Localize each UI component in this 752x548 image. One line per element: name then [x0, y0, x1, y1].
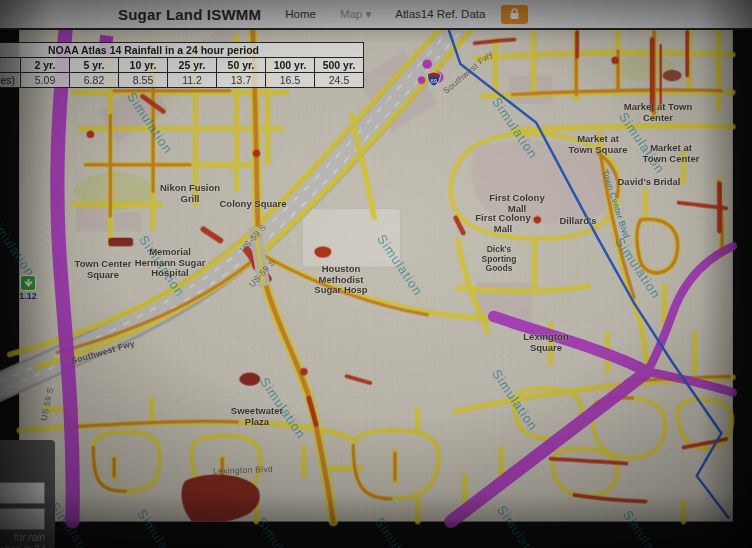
panel-caption-line2: ches in 24	[0, 544, 45, 548]
map-label-market-center: Market at TownCenter	[624, 102, 692, 123]
map-label-sweetwater-plaza: SweetwaterPlaza	[231, 406, 283, 427]
main-nav: Home Map ▾ Atlas14 Ref. Data	[285, 7, 485, 21]
atlas14-rainfall-table: NOAA Atlas 14 Rainfall in a 24 hour peri…	[0, 42, 364, 88]
nav-home[interactable]: Home	[285, 8, 316, 20]
map-label-dillards: Dillard's	[559, 216, 596, 227]
map-label-houston-methodist: HoustonMethodistSugar Hosp	[314, 264, 367, 296]
rainfall-query-panel: for rain ches in 24	[0, 440, 55, 548]
rainfall-marker[interactable]	[20, 275, 36, 291]
lock-icon	[509, 8, 520, 20]
nav-map-label: Map	[340, 8, 362, 20]
svg-text:69: 69	[430, 77, 437, 84]
marker-value: 1.12	[19, 291, 37, 301]
app-title: Sugar Land ISWMM	[118, 6, 261, 23]
chevron-down-icon: ▾	[365, 8, 371, 20]
map-label-town-center-square: Town CenterSquare	[75, 259, 132, 280]
map-label-first-colony-mall-2: First ColonyMall	[475, 213, 530, 234]
row-label-inches: (inches)	[0, 73, 21, 88]
nav-atlas14-ref-data[interactable]: Atlas14 Ref. Data	[395, 8, 485, 20]
map-label-market-at-town-square: Market atTown Square	[569, 134, 628, 155]
app-header: Sugar Land ISWMM Home Map ▾ Atlas14 Ref.…	[0, 0, 752, 30]
atlas14-table-value-row: (inches) 5.096.82 8.5511.2 13.716.5 24.5	[0, 73, 364, 88]
map-label-market-at-town-center: Market atTown Center	[643, 143, 700, 164]
map-label-memorial-hermann: MemorialHermann SugarHospital	[135, 247, 206, 279]
road-label-lexington-blvd: Lexington Blvd	[213, 464, 273, 476]
panel-caption-line1: for rain	[14, 532, 45, 543]
map-label-colony-square: Colony Square	[219, 199, 286, 210]
map-label-dicks-sporting: Dick'sSportingGoods	[482, 245, 517, 274]
rainfall-value-input[interactable]	[0, 482, 45, 504]
map-label-nikon-fusion-grill: Nikon FusionGrill	[160, 183, 220, 204]
atlas14-table-title: NOAA Atlas 14 Rainfall in a 24 hour peri…	[0, 43, 364, 58]
arrow-down-icon	[24, 279, 33, 288]
map-label-lexington-square: LexingtonSquare	[523, 332, 568, 353]
map-canvas[interactable]: 69 Simulation Simulation Simulation Simu…	[0, 28, 752, 548]
lock-button[interactable]	[501, 5, 528, 24]
map-label-davids-bridal: David's Bridal	[618, 177, 681, 188]
rainfall-duration-input[interactable]	[0, 508, 45, 530]
nav-map-dropdown[interactable]: Map ▾	[340, 7, 371, 21]
atlas14-table-header-row: 2 yr.5 yr. 10 yr.25 yr. 50 yr.100 yr. 50…	[0, 58, 364, 73]
